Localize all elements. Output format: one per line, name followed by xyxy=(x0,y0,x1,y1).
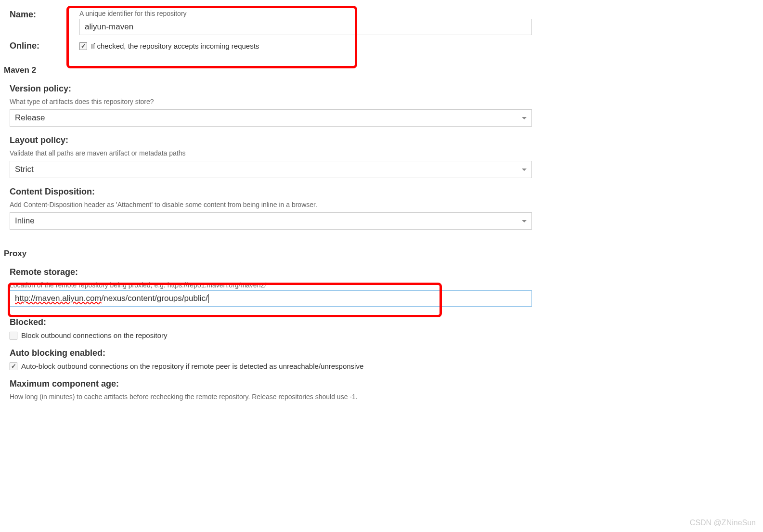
content-disposition-select[interactable]: Inline xyxy=(10,212,532,230)
layout-policy-value: Strict xyxy=(15,165,34,174)
blocked-checkbox[interactable] xyxy=(10,332,17,339)
proxy-header: Proxy xyxy=(4,249,532,259)
version-policy-label: Version policy: xyxy=(10,84,532,94)
blocked-label: Blocked: xyxy=(10,317,532,327)
online-label: Online: xyxy=(10,41,39,51)
version-policy-help: What type of artifacts does this reposit… xyxy=(10,98,532,105)
max-component-age-label: Maximum component age: xyxy=(10,379,532,389)
auto-blocking-label: Auto blocking enabled: xyxy=(10,348,532,358)
content-disposition-help: Add Content-Disposition header as 'Attac… xyxy=(10,201,532,208)
auto-blocking-checkbox[interactable] xyxy=(10,363,17,370)
chevron-down-icon xyxy=(522,169,527,171)
chevron-down-icon xyxy=(522,220,527,222)
max-component-age-help: How long (in minutes) to cache artifacts… xyxy=(10,393,532,401)
online-checkbox-label: If checked, the repository accepts incom… xyxy=(91,42,259,50)
blocked-checkbox-label: Block outbound connections on the reposi… xyxy=(21,331,168,339)
remote-storage-input[interactable]: http://maven.aliyun.com/nexus/content/gr… xyxy=(10,290,532,307)
maven2-header: Maven 2 xyxy=(4,65,532,75)
remote-storage-help: Location of the remote repository being … xyxy=(10,281,532,289)
remote-storage-label: Remote storage: xyxy=(10,267,532,277)
auto-blocking-checkbox-label: Auto-block outbound connections on the r… xyxy=(21,362,363,370)
layout-policy-label: Layout policy: xyxy=(10,135,532,145)
chevron-down-icon xyxy=(522,117,527,119)
content-disposition-label: Content Disposition: xyxy=(10,187,532,197)
layout-policy-help: Validate that all paths are maven artifa… xyxy=(10,149,532,157)
online-checkbox[interactable] xyxy=(79,42,87,50)
content-disposition-value: Inline xyxy=(15,216,35,226)
name-label: Name: xyxy=(10,10,36,19)
version-policy-value: Release xyxy=(15,113,45,123)
name-help: A unique identifier for this repository xyxy=(79,10,532,17)
version-policy-select[interactable]: Release xyxy=(10,109,532,127)
layout-policy-select[interactable]: Strict xyxy=(10,161,532,178)
name-input[interactable] xyxy=(79,19,532,35)
